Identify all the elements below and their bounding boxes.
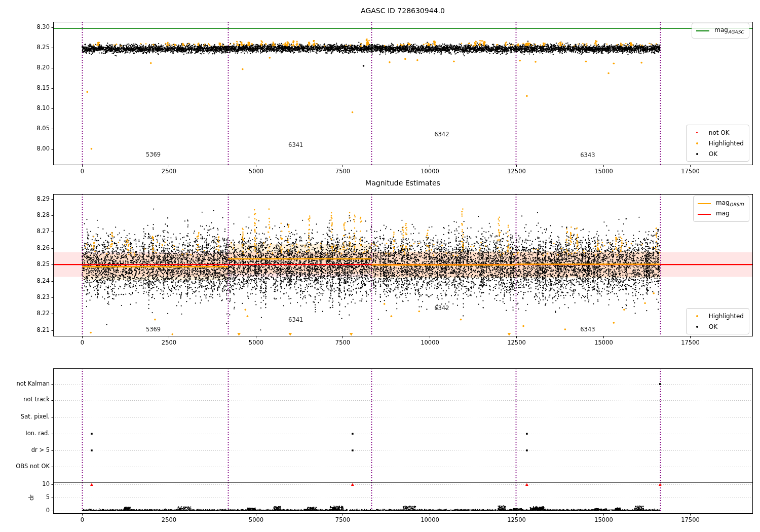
plots-canvas [0,0,760,532]
legend-item-mag-agasc: magAGASC [696,25,744,36]
red-dot-swatch-icon [691,132,704,133]
legend-item-ok-mid: OK [691,321,744,332]
legend-label-ok-mid: OK [709,323,717,330]
legend-mid-status: Highlighted OK [686,308,749,334]
legend-label-mag: mag [716,210,730,218]
legend-item-not-ok: not OK [691,127,744,138]
orange-dot-swatch-icon [691,142,704,144]
black-dot-swatch-icon [691,153,704,155]
legend-label-mag-agasc: magAGASC [714,26,744,34]
legend-mid-lines: magOBSID mag [693,196,749,222]
red-line-swatch-icon [698,214,711,215]
legend-label-ok: OK [709,150,717,158]
top-plot-title: AGASC ID 728630944.0 [53,7,752,15]
legend-item-mag-obsid: magOBSID [698,198,744,209]
legend-item-mag: mag [698,209,744,219]
legend-item-highlighted-mid: Highlighted [691,311,744,321]
legend-label-highlighted: Highlighted [709,140,744,147]
black-dot-swatch-icon [691,326,704,328]
legend-label-highlighted-mid: Highlighted [709,313,744,320]
orange-line-swatch-icon [698,203,711,204]
middle-plot-title: Magnitude Estimates [53,179,752,187]
legend-mag-agasc: magAGASC [692,23,749,39]
legend-label-not-ok: not OK [709,129,730,136]
legend-item-highlighted: Highlighted [691,138,744,148]
legend-label-mag-obsid: magOBSID [716,199,744,207]
green-line-swatch-icon [696,30,709,31]
legend-item-ok: OK [691,148,744,159]
legend-top-status: not OK Highlighted OK [686,125,749,162]
orange-dot-swatch-icon [691,315,704,317]
figure: AGASC ID 728630944.0 Magnitude Estimates… [0,0,760,532]
